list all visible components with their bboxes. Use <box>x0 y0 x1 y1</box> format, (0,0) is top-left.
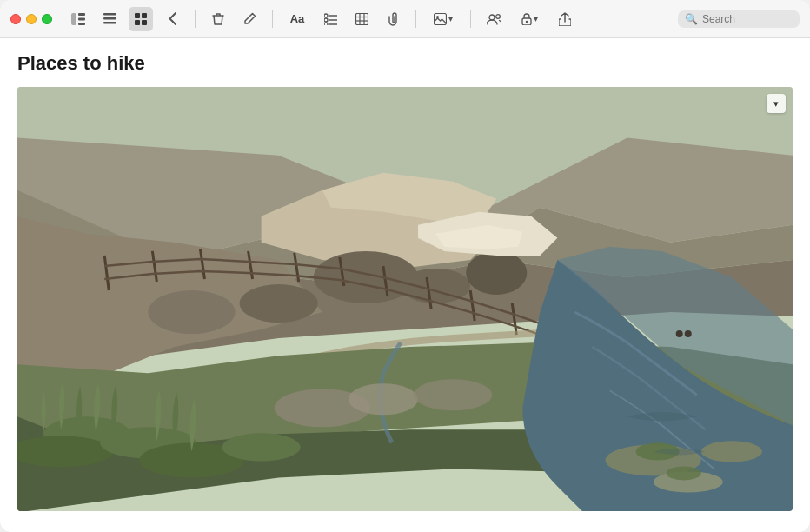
collaboration-button[interactable] <box>481 7 506 31</box>
share-button[interactable] <box>553 7 577 31</box>
svg-rect-5 <box>103 17 116 20</box>
svg-point-24 <box>489 15 495 20</box>
delete-button[interactable] <box>206 7 230 31</box>
separator-2 <box>272 10 273 28</box>
titlebar: Aa <box>0 0 810 38</box>
separator-4 <box>470 10 471 28</box>
svg-rect-3 <box>78 23 85 25</box>
svg-rect-2 <box>78 17 85 20</box>
svg-point-27 <box>525 20 527 22</box>
svg-rect-7 <box>135 13 140 18</box>
svg-point-11 <box>324 14 328 17</box>
minimize-button[interactable] <box>26 14 37 24</box>
sidebar-toggle-button[interactable] <box>66 7 90 31</box>
svg-rect-22 <box>435 13 447 24</box>
svg-rect-0 <box>71 13 76 25</box>
grid-view-button[interactable] <box>129 7 153 31</box>
close-button[interactable] <box>10 14 21 24</box>
image-dropdown-icon: ▾ <box>773 98 779 110</box>
search-box[interactable]: 🔍 <box>678 10 800 28</box>
svg-rect-9 <box>135 20 140 25</box>
attachment-button[interactable] <box>381 7 405 31</box>
back-button[interactable] <box>160 7 184 31</box>
svg-rect-76 <box>17 87 793 511</box>
svg-rect-1 <box>78 13 85 16</box>
separator-3 <box>415 10 416 28</box>
svg-rect-4 <box>103 13 116 16</box>
media-button[interactable]: ▾ <box>427 7 460 31</box>
format-text-button[interactable]: Aa <box>283 7 311 31</box>
edit-button[interactable] <box>237 7 262 31</box>
svg-rect-10 <box>142 20 147 25</box>
svg-point-25 <box>495 14 500 18</box>
table-button[interactable] <box>349 7 374 31</box>
lock-button[interactable]: ▾ <box>513 7 546 31</box>
svg-rect-17 <box>355 13 368 24</box>
search-input[interactable] <box>702 13 793 25</box>
note-content: Places to hike <box>0 38 810 532</box>
note-image: ▾ <box>17 87 793 511</box>
search-icon: 🔍 <box>685 13 698 25</box>
note-title: Places to hike <box>17 52 793 75</box>
format-text-label: Aa <box>290 12 305 25</box>
maximize-button[interactable] <box>42 14 52 24</box>
svg-point-13 <box>324 18 328 22</box>
separator-1 <box>195 10 196 28</box>
lock-arrow-icon: ▾ <box>534 14 538 23</box>
traffic-lights <box>10 14 52 24</box>
list-view-button[interactable] <box>97 7 122 31</box>
svg-point-15 <box>324 23 328 25</box>
svg-rect-6 <box>103 22 116 24</box>
landscape-image <box>17 87 793 511</box>
image-options-button[interactable]: ▾ <box>767 94 786 113</box>
media-arrow-icon: ▾ <box>448 14 453 23</box>
svg-rect-8 <box>142 13 147 18</box>
app-window: Aa <box>0 0 810 532</box>
checklist-button[interactable] <box>318 7 342 31</box>
